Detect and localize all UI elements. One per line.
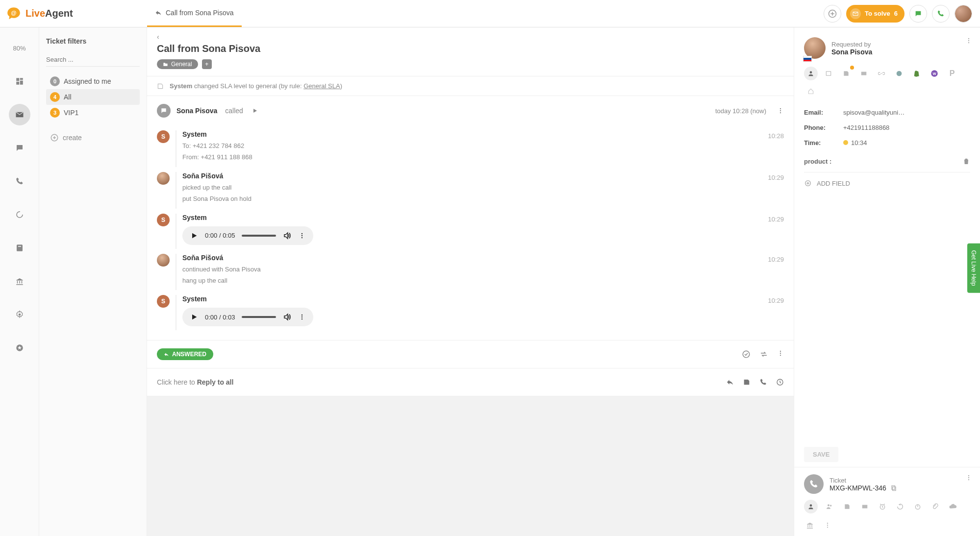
nav-loading[interactable] [9, 204, 30, 225]
audio-more-button[interactable] [299, 232, 305, 239]
integ-shopify[interactable] [910, 67, 924, 80]
requester-avatar [804, 37, 826, 59]
ticket-opt-bank[interactable] [804, 519, 816, 531]
bank-icon [15, 277, 24, 286]
play-call-button[interactable] [252, 108, 258, 114]
integ-link[interactable] [875, 67, 888, 80]
woo-icon: W [930, 69, 939, 78]
audio-player[interactable]: 0:00 / 0:03 [182, 308, 313, 326]
user-avatar[interactable] [955, 5, 972, 23]
filter-vip1[interactable]: 3 VIP1 [46, 105, 140, 121]
ticket-opt-notes[interactable] [841, 501, 853, 512]
integ-house[interactable] [804, 84, 818, 98]
nav-chat[interactable] [9, 137, 30, 159]
call-more-button[interactable] [777, 107, 784, 114]
audio-player[interactable]: 0:00 / 0:05 [182, 226, 313, 245]
audio-more-button[interactable] [299, 314, 305, 320]
ticket-opt-cloud[interactable] [947, 501, 959, 512]
audio-progress[interactable] [242, 316, 276, 318]
dashboard-icon [15, 77, 24, 86]
ticket-id: MXG-KMPWL-346 [829, 484, 886, 492]
volume-icon [283, 231, 292, 240]
reply-button[interactable] [726, 378, 734, 386]
to-solve-button[interactable]: To solve 6 [846, 5, 905, 23]
ticket-opt-attach[interactable] [930, 501, 941, 512]
back-button[interactable]: ‹ [157, 33, 159, 41]
ticket-more-button[interactable] [965, 474, 972, 481]
sla-link[interactable]: General SLA [303, 82, 340, 90]
status-more-button[interactable] [777, 350, 784, 359]
filter-create[interactable]: create [46, 129, 140, 146]
integration-tabs: W P [804, 67, 970, 98]
integ-woo[interactable]: W [928, 67, 941, 80]
more-vertical-icon [824, 522, 831, 529]
requester-more-button[interactable] [965, 37, 972, 44]
filter-all[interactable]: 4 All [46, 89, 140, 105]
filters-search-input[interactable] [46, 53, 140, 67]
phone-button[interactable] [932, 5, 950, 23]
cloud-icon [949, 502, 957, 511]
save-button[interactable]: SAVE [804, 447, 838, 462]
integ-p[interactable]: P [945, 67, 959, 80]
audio-volume-button[interactable] [283, 231, 292, 240]
nav-dashboard[interactable] [9, 71, 30, 92]
integ-mail[interactable] [857, 67, 871, 80]
filter-assigned-to-me[interactable]: 0 Assigned to me [46, 73, 140, 89]
tab-active[interactable]: Call from Sona Pisova [147, 0, 242, 27]
copy-id-button[interactable] [890, 485, 897, 491]
ticket-opt-more[interactable] [822, 519, 833, 531]
ticket-opt-people[interactable] [824, 501, 835, 512]
delete-field-button[interactable] [962, 157, 970, 165]
svg-point-34 [968, 479, 969, 480]
ticket-opt-mail[interactable] [859, 501, 871, 512]
svg-point-23 [968, 40, 969, 41]
more-vertical-icon [299, 232, 305, 239]
person-icon [807, 70, 814, 77]
tag-general[interactable]: General [157, 59, 198, 69]
phone-value: +421911188868 [843, 124, 970, 131]
add-button[interactable] [824, 5, 841, 23]
ticket-opt-timer[interactable] [912, 501, 924, 512]
answered-chip[interactable]: ANSWERED [157, 348, 213, 360]
add-field-button[interactable]: ADD FIELD [794, 172, 980, 194]
call-header: Sona Pisova called today 10:28 (now) [147, 96, 794, 125]
nav-tickets[interactable] [9, 104, 30, 125]
nav-customers[interactable] [9, 237, 30, 259]
chat-bubble-icon [157, 104, 171, 118]
phone-icon [759, 378, 767, 386]
audio-play-button[interactable] [190, 232, 198, 240]
svg-point-39 [830, 505, 831, 506]
logo[interactable]: @ LiveAgent [0, 6, 147, 22]
ticket-opt-alarm[interactable] [877, 501, 888, 512]
audio-play-button[interactable] [190, 313, 198, 321]
live-help-tab[interactable]: Get Live Help [967, 244, 980, 293]
integ-tickets[interactable] [822, 67, 835, 80]
sla-log: System changed SLA level to general (by … [147, 76, 794, 96]
status-bar: ANSWERED [147, 340, 794, 368]
call-button[interactable] [759, 378, 767, 386]
resolve-button[interactable] [742, 350, 751, 359]
integ-contact[interactable] [804, 67, 818, 80]
nav-calls[interactable] [9, 171, 30, 192]
plus-icon [828, 9, 837, 18]
audio-progress[interactable] [242, 235, 276, 237]
people-icon [826, 503, 833, 511]
add-tag-button[interactable]: + [202, 59, 212, 69]
audio-volume-button[interactable] [283, 313, 292, 321]
nav-settings[interactable] [9, 304, 30, 325]
email-label: Email: [804, 109, 843, 116]
chat-button[interactable] [909, 5, 927, 23]
ticket-opt-history[interactable] [894, 501, 906, 512]
nav-rail: 80% [0, 27, 39, 536]
svg-point-10 [780, 112, 781, 113]
bank-icon [806, 521, 814, 529]
integ-notes[interactable] [839, 67, 853, 80]
integ-crm[interactable] [892, 67, 906, 80]
reply-input[interactable]: Click here to Reply to all [147, 368, 794, 396]
nav-knowledge[interactable] [9, 270, 30, 292]
note-button[interactable] [743, 378, 751, 386]
transfer-button[interactable] [759, 350, 768, 359]
ticket-opt-contact[interactable] [804, 500, 818, 513]
schedule-button[interactable] [776, 378, 784, 386]
nav-extensions[interactable] [9, 337, 30, 359]
